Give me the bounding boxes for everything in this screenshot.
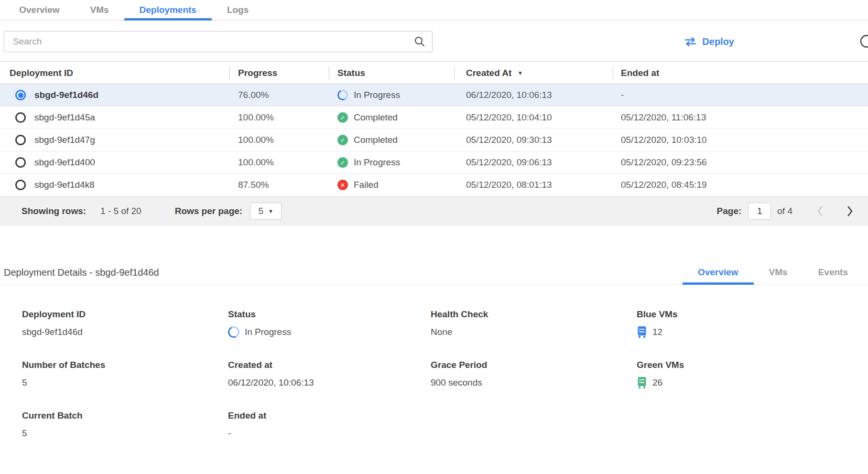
detail-value: 5 — [22, 377, 228, 389]
details-tab-overview[interactable]: Overview — [683, 260, 754, 284]
detail-value: In Progress — [228, 326, 431, 338]
deployment-id: sbgd-9ef1d45a — [34, 112, 95, 123]
table-row[interactable]: sbgd-9ef1d47g100.00%✓Completed05/12/2020… — [0, 129, 868, 151]
detail-value-text: 5 — [22, 427, 27, 440]
deployment-radio[interactable] — [15, 180, 26, 190]
detail-value: None — [431, 326, 637, 338]
page-label: Page: — [717, 206, 742, 216]
deploy-button[interactable]: Deploy — [684, 36, 734, 47]
details-tab-events[interactable]: Events — [803, 260, 863, 284]
table-row[interactable]: sbgd-9ef1d46d76.00%In Progress06/12/2020… — [0, 84, 868, 107]
failed-cross-icon: ✕ — [337, 180, 348, 190]
deployments-page: OverviewVMsDeploymentsLogs Deploy — [0, 0, 868, 474]
detail-field-deployment-id: Deployment IDsbgd-9ef1d46d — [22, 309, 228, 338]
rows-per-page-label: Rows per page: — [175, 206, 242, 216]
chevron-right-icon — [847, 205, 854, 217]
table-row[interactable]: sbgd-9ef1d45a100.00%✓Completed05/12/2020… — [0, 107, 868, 129]
detail-value: 5 — [22, 427, 228, 440]
table-footer: Showing rows: 1 - 5 of 20 Rows per page:… — [0, 196, 868, 226]
detail-field-ended-at: Ended at- — [228, 410, 431, 440]
page-number-input[interactable] — [748, 203, 771, 220]
detail-label: Grace Period — [431, 359, 637, 371]
rows-per-page-select[interactable]: 5 ▼ — [250, 203, 282, 220]
detail-field-grace-period: Grace Period900 seconds — [431, 359, 637, 389]
details-title: Deployment Details - sbgd-9ef1d46d — [4, 267, 159, 284]
details-header: Deployment Details - sbgd-9ef1d46d Overv… — [0, 260, 868, 285]
detail-field-status: StatusIn Progress — [228, 309, 431, 338]
tab-vms[interactable]: VMs — [75, 0, 124, 20]
chevron-left-icon — [816, 205, 823, 217]
details-grid: Deployment IDsbgd-9ef1d46dStatusIn Progr… — [22, 309, 868, 440]
blue-vm-server-icon — [637, 326, 647, 338]
search-box — [4, 31, 433, 52]
column-header-deployment-id[interactable]: Deployment ID — [0, 62, 229, 84]
completed-check-icon: ✓ — [337, 157, 348, 168]
deploy-button-label: Deploy — [702, 36, 734, 47]
detail-label: Number of Batches — [22, 359, 228, 371]
detail-value-text: 900 seconds — [431, 377, 482, 389]
table-body: sbgd-9ef1d46d76.00%In Progress06/12/2020… — [0, 84, 868, 196]
progress-value: 100.00% — [229, 157, 329, 168]
deployment-id: sbgd-9ef1d4k8 — [34, 180, 95, 190]
detail-label: Status — [228, 309, 431, 320]
deployment-radio[interactable] — [15, 112, 26, 123]
table-row[interactable]: sbgd-9ef1d400100.00%✓In Progress05/12/20… — [0, 151, 868, 174]
search-icon — [414, 36, 425, 49]
progress-value: 87.50% — [229, 180, 329, 190]
in-progress-spinner-icon — [336, 88, 349, 102]
detail-field-created-at: Created at06/12/2020, 10:06:13 — [228, 359, 431, 389]
table-header-row: Deployment ID Progress Status Created At… — [0, 62, 868, 84]
tab-overview[interactable]: Overview — [4, 0, 75, 20]
detail-value-text: 12 — [652, 326, 662, 338]
detail-value-text: 5 — [22, 377, 27, 389]
detail-label: Green VMs — [637, 359, 868, 371]
details-tab-vms[interactable]: VMs — [754, 260, 803, 284]
deployment-radio[interactable] — [15, 90, 26, 100]
deployment-id: sbgd-9ef1d47g — [34, 135, 95, 145]
detail-field-current-batch: Current Batch5 — [22, 410, 228, 440]
column-header-progress[interactable]: Progress — [229, 62, 329, 84]
column-header-created-at[interactable]: Created At▼ — [454, 62, 613, 84]
column-header-ended-at[interactable]: Ended at — [613, 62, 868, 84]
deployments-table: Deployment ID Progress Status Created At… — [0, 61, 868, 226]
previous-page-button[interactable] — [816, 205, 823, 217]
tab-deployments[interactable]: Deployments — [124, 0, 212, 20]
table-row[interactable]: sbgd-9ef1d4k887.50%✕Failed05/12/2020, 08… — [0, 174, 868, 196]
detail-label: Health Check — [431, 309, 637, 320]
deployment-id: sbgd-9ef1d46d — [34, 90, 98, 100]
detail-value-text: sbgd-9ef1d46d — [22, 326, 83, 338]
refresh-button[interactable] — [858, 33, 868, 50]
ended-at-value: - — [613, 90, 868, 100]
showing-rows-value: 1 - 5 of 20 — [100, 206, 141, 216]
chevron-down-icon: ▼ — [268, 208, 273, 214]
completed-check-icon: ✓ — [337, 112, 348, 123]
sort-desc-icon: ▼ — [517, 62, 523, 85]
column-header-status[interactable]: Status — [329, 62, 454, 84]
detail-field-green-vms: Green VMs26 — [637, 359, 868, 389]
created-at-value: 05/12/2020, 09:30:13 — [454, 135, 613, 145]
details-tab-bar: OverviewVMsEvents — [683, 260, 863, 284]
detail-value: 900 seconds — [431, 377, 637, 389]
tab-logs[interactable]: Logs — [212, 0, 264, 20]
search-input[interactable] — [4, 31, 433, 52]
detail-value-text: 06/12/2020, 10:06:13 — [228, 377, 314, 389]
completed-check-icon: ✓ — [337, 135, 348, 145]
refresh-icon — [858, 33, 868, 50]
detail-value: 06/12/2020, 10:06:13 — [228, 377, 431, 389]
swap-arrows-icon — [684, 37, 697, 46]
detail-field-health-check: Health CheckNone — [431, 309, 637, 338]
detail-value: 26 — [637, 377, 868, 389]
detail-label: Created at — [228, 359, 431, 371]
detail-value: sbgd-9ef1d46d — [22, 326, 228, 338]
detail-value-text: - — [228, 427, 231, 440]
detail-value: - — [228, 427, 431, 440]
detail-value-text: 26 — [652, 377, 662, 389]
ended-at-value: 05/12/2020, 08:45:19 — [613, 180, 868, 190]
next-page-button[interactable] — [847, 205, 854, 217]
deployment-radio[interactable] — [15, 157, 26, 168]
pager: Page: of 4 — [717, 203, 854, 220]
detail-value-text: None — [431, 326, 452, 338]
deployment-id: sbgd-9ef1d400 — [34, 157, 95, 168]
deployment-radio[interactable] — [15, 135, 26, 145]
detail-label: Current Batch — [22, 410, 228, 421]
